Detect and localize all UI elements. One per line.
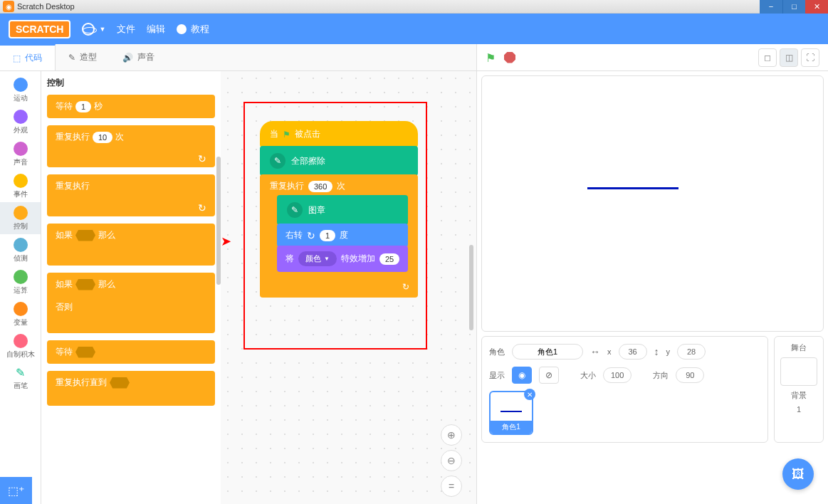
pen-icon: ✎ [270,153,285,169]
loop-arrow-icon: ↻ [198,153,206,164]
sprite-on-stage[interactable] [587,187,678,189]
chevron-down-icon: ▼ [99,26,105,33]
hex-slot[interactable] [75,230,95,241]
window-controls: − □ ✕ [760,0,828,14]
delete-sprite-button[interactable]: ✕ [524,389,535,400]
cat-events[interactable]: 事件 [0,170,41,202]
block-if[interactable]: 如果 那么 [47,224,215,266]
sound-icon: 🔊 [122,53,133,63]
scratch-logo[interactable]: SCRATCH [9,20,70,38]
minimize-button[interactable]: − [760,0,782,14]
editor-tabs: ⬚ 代码 ✎ 造型 🔊 声音 [0,44,476,71]
tutorials-menu[interactable]: 教程 [177,23,209,36]
zoom-controls: ⊕ ⊖ = [441,424,462,497]
pen-icon: ✎ [287,202,303,218]
block-waituntil[interactable]: 等待 [47,340,215,364]
arrow-horizontal-icon: ↔ [590,346,600,357]
sprite-x-input[interactable]: 36 [619,344,647,359]
titlebar: ◉ Scratch Desktop − □ ✕ [0,0,828,14]
loop-arrow-icon: ↻ [402,282,409,292]
brush-icon: ✎ [68,53,75,63]
sprite-name-input[interactable] [512,344,583,359]
maximize-button[interactable]: □ [782,0,805,14]
stop-button[interactable] [504,52,515,63]
cat-control[interactable]: 控制 [0,202,41,234]
stage-small-button[interactable]: ◻ [758,48,777,67]
cat-pen[interactable]: ✎画笔 [0,362,41,394]
stage[interactable] [481,75,824,332]
block-ifelse[interactable]: 如果 那么 否则 [47,273,215,333]
cat-myblocks[interactable]: 自制积木 [0,330,41,362]
tab-sounds[interactable]: 🔊 声音 [110,44,167,70]
block-repeat[interactable]: 重复执行 10 次 ↻ [47,125,215,167]
cat-operators[interactable]: 运算 [0,266,41,298]
workspace-scrollbar[interactable] [469,245,473,330]
cat-looks[interactable]: 外观 [0,106,41,138]
stage-large-button[interactable]: ◫ [780,48,798,67]
zoom-reset-button[interactable]: = [441,476,462,497]
sprite-size-input[interactable]: 100 [603,367,632,383]
rotate-icon: ↻ [307,230,315,241]
tab-costumes[interactable]: ✎ 造型 [56,44,110,70]
stage-selector[interactable]: 舞台 背景 1 [774,336,824,443]
tutorials-label: 教程 [191,23,209,36]
tab-code[interactable]: ⬚ 代码 [0,44,56,70]
arrow-vertical-icon: ↕ [654,346,659,357]
hex-slot[interactable] [75,347,95,358]
sprites-list: ✕ 角色1 [489,391,760,435]
sprite-show-button[interactable]: ◉ [512,367,532,384]
cat-sensing[interactable]: 侦测 [0,234,41,266]
block-erase-all[interactable]: ✎ 全部擦除 [260,146,418,176]
flag-icon: ⚑ [283,130,290,140]
add-backdrop-button[interactable]: 🖼 [782,458,814,490]
sprite-y-input[interactable]: 28 [677,344,706,359]
block-repeat-360[interactable]: 重复执行 360 次 ✎ 图章 右转 ↻ [260,174,418,298]
extension-icon: ⬚⁺ [8,484,24,498]
zoom-out-button[interactable]: ⊖ [441,450,462,471]
cat-sound[interactable]: 声音 [0,138,41,170]
block-when-flag-clicked[interactable]: 当 ⚑ 被点击 [260,121,418,147]
app-icon: ◉ [3,1,14,12]
code-icon: ⬚ [13,53,21,63]
pen-icon: ✎ [16,366,25,379]
hex-slot[interactable] [75,279,95,290]
block-wait[interactable]: 等待 1 秒 [47,95,215,118]
hex-slot[interactable] [110,377,130,389]
stage-header: ⚑ ◻ ◫ ⛶ [477,44,828,71]
window-title: Scratch Desktop [17,2,75,11]
code-workspace[interactable]: ➤ 当 ⚑ 被点击 ✎ 全部擦除 重复执行 [221,71,476,504]
sprite-hide-button[interactable]: ⊘ [539,367,559,384]
image-icon: 🖼 [792,467,805,482]
sprite-direction-input[interactable]: 90 [676,367,704,383]
globe-icon [82,23,95,36]
green-flag-button[interactable]: ⚑ [486,51,498,64]
bulb-icon [177,24,187,34]
block-palette: 控制 等待 1 秒 重复执行 10 次 ↻ 重复执行 ↻ [41,71,221,504]
palette-title: 控制 [47,77,215,89]
sprite-thumbnail[interactable]: ✕ 角色1 [489,391,533,435]
cat-variables[interactable]: 变量 [0,298,41,330]
block-forever[interactable]: 重复执行 ↻ [47,174,215,216]
effect-dropdown[interactable]: 颜色 ▼ [298,251,337,266]
stage-thumbnail[interactable] [780,357,817,386]
script-stack[interactable]: 当 ⚑ 被点击 ✎ 全部擦除 重复执行 360 次 [260,121,418,298]
cat-motion[interactable]: 运动 [0,74,41,106]
close-button[interactable]: ✕ [805,0,828,14]
block-turn-right[interactable]: 右转 ↻ 1 度 [277,224,408,247]
chevron-down-icon: ▼ [324,256,330,262]
add-extension-button[interactable]: ⬚⁺ [0,477,32,504]
file-menu[interactable]: 文件 [117,23,135,36]
sprite-info-panel: 角色 ↔ x 36 ↕ y 28 显示 ◉ ⊘ 大小 100 方向 90 [481,336,768,443]
language-menu[interactable]: ▼ [82,23,105,36]
loop-arrow-icon: ↻ [198,202,206,214]
annotation-arrow-icon: ➤ [221,233,231,249]
block-repeatuntil[interactable]: 重复执行直到 [47,371,215,406]
block-stamp[interactable]: ✎ 图章 [277,195,408,225]
block-categories: 运动 外观 声音 事件 控制 侦测 运算 变量 自制积木 ✎画笔 [0,71,41,504]
stage-fullscreen-button[interactable]: ⛶ [801,48,819,67]
edit-menu[interactable]: 编辑 [147,23,165,36]
zoom-in-button[interactable]: ⊕ [441,424,462,446]
menubar: SCRATCH ▼ 文件 编辑 教程 [0,14,828,44]
sprite-preview [501,411,522,412]
block-change-effect[interactable]: 将 颜色 ▼ 特效增加 25 [277,246,408,272]
